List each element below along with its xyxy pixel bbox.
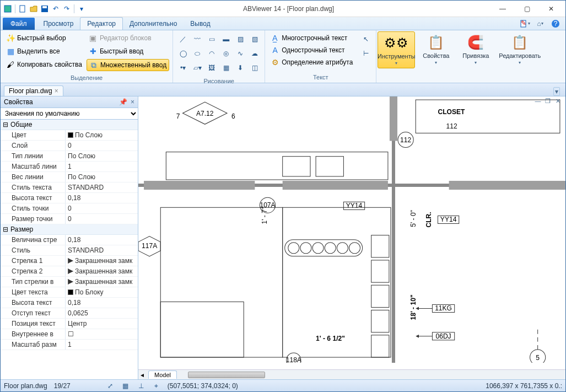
undo-icon[interactable]: ↶: [51, 4, 61, 14]
point-icon[interactable]: •▾: [176, 61, 190, 74]
property-row[interactable]: Слой0: [1, 141, 138, 151]
home-icon[interactable]: ⌂▾: [535, 18, 546, 29]
drawing-canvas[interactable]: CLOSET 112 112 A7.12 7 6 YY14 YY14 5' - …: [138, 96, 565, 369]
quick-select-button[interactable]: ✨Быстрый выбор: [4, 33, 84, 44]
property-row[interactable]: Отступ текст0,0625: [1, 308, 138, 319]
scroll-thumb[interactable]: [188, 372, 265, 378]
tabs-menu-icon[interactable]: ▾: [553, 87, 560, 96]
rect-icon[interactable]: ▭: [205, 33, 218, 46]
property-row[interactable]: ЦветПо Слою: [1, 130, 138, 141]
redo-icon[interactable]: ↷: [62, 4, 72, 14]
property-value[interactable]: Закрашенная замк: [66, 256, 138, 266]
maximize-button[interactable]: ▢: [515, 1, 539, 17]
ortho-icon[interactable]: ⊥: [137, 382, 145, 390]
viewport-icon[interactable]: ◫: [248, 61, 261, 74]
singleline-text-button[interactable]: AОднострочный текст: [268, 45, 355, 56]
cloud-icon[interactable]: ☁: [248, 47, 261, 60]
tab-editor[interactable]: Редактор: [80, 17, 123, 30]
property-row[interactable]: Позиция текстЦентр: [1, 319, 138, 329]
circle-icon[interactable]: ◯: [176, 47, 190, 60]
property-row[interactable]: Высота текст0,18: [1, 298, 138, 308]
open-icon[interactable]: [29, 4, 39, 14]
dimension-icon[interactable]: ⊢: [359, 47, 373, 60]
property-value[interactable]: По Слою: [66, 172, 138, 182]
property-value[interactable]: 0: [66, 141, 138, 151]
property-row[interactable]: Цвет текстаПо Блоку: [1, 287, 138, 298]
tab-extra[interactable]: Дополнительно: [123, 17, 184, 30]
horizontal-scrollbar[interactable]: ◂ Model: [138, 369, 565, 379]
category-common[interactable]: ⊟Общие: [1, 120, 138, 130]
property-value[interactable]: STANDARD: [66, 245, 138, 255]
document-tab[interactable]: Floor plan.dwg×: [4, 85, 63, 96]
property-row[interactable]: Вес линииПо Слою: [1, 172, 138, 182]
ellipse-icon[interactable]: ⬭: [191, 47, 204, 60]
property-value[interactable]: По Слою: [66, 151, 138, 161]
copy-properties-button[interactable]: 🖌Копировать свойства: [4, 59, 84, 70]
category-dimension[interactable]: ⊟Размер: [1, 224, 138, 235]
mdi-minimize-icon[interactable]: —: [533, 96, 542, 105]
qat-dropdown-icon[interactable]: ▾: [77, 4, 87, 14]
save-icon[interactable]: [40, 4, 50, 14]
property-row[interactable]: Масштаб лини1: [1, 162, 138, 172]
select-all-button[interactable]: ▦Выделить все: [4, 46, 84, 57]
property-value[interactable]: Закрашенная замк: [66, 277, 138, 287]
property-value[interactable]: По Слою: [66, 130, 138, 140]
model-tab[interactable]: Model: [148, 370, 177, 379]
property-value[interactable]: ☐: [66, 329, 138, 339]
edit-button[interactable]: 📋Редактировать▾: [497, 31, 543, 67]
properties-grid[interactable]: ⊟Общие ЦветПо СлоюСлой0Тип линииПо СлоюМ…: [1, 120, 138, 379]
property-row[interactable]: СтильSTANDARD: [1, 245, 138, 256]
close-button[interactable]: ✕: [539, 1, 563, 17]
tools-button[interactable]: ⚙⚙Инструменты▾: [378, 31, 415, 68]
property-row[interactable]: Масштаб разм1: [1, 340, 138, 350]
polyline-icon[interactable]: 〰: [191, 33, 204, 46]
mdi-restore-icon[interactable]: ❐: [543, 96, 552, 105]
tab-view[interactable]: Просмотр: [37, 17, 80, 30]
property-value[interactable]: Закрашенная замк: [66, 266, 138, 276]
property-value[interactable]: Центр: [66, 319, 138, 329]
property-row[interactable]: Стиль текстаSTANDARD: [1, 182, 138, 193]
multiline-text-button[interactable]: A̲Многострочный текст: [268, 33, 355, 44]
app-icon[interactable]: [3, 4, 13, 14]
arc-icon[interactable]: ◠: [205, 47, 218, 60]
property-value[interactable]: 0,18: [66, 298, 138, 308]
property-row[interactable]: Величина стре0,18: [1, 235, 138, 245]
help-icon[interactable]: ?: [550, 18, 561, 29]
snap-status-icon[interactable]: ⌖: [152, 382, 161, 390]
property-value[interactable]: 0: [66, 214, 138, 224]
wipeout-icon[interactable]: ▱▾: [191, 61, 204, 74]
pin-icon[interactable]: 📌: [119, 98, 127, 106]
property-value[interactable]: По Блоку: [66, 287, 138, 297]
property-value[interactable]: 1: [66, 162, 138, 171]
spline-icon[interactable]: ∿: [234, 47, 247, 60]
property-value[interactable]: 0,18: [66, 193, 138, 203]
new-icon[interactable]: [18, 4, 28, 14]
property-value[interactable]: 0,0625: [66, 308, 138, 318]
tab-close-icon[interactable]: ×: [55, 87, 58, 95]
rect-fill-icon[interactable]: ▬: [219, 33, 233, 46]
zoom-extent-icon[interactable]: ⤢: [106, 382, 115, 390]
block-editor-button[interactable]: ▣Редактор блоков: [87, 33, 169, 44]
property-row[interactable]: Тип линииПо Слою: [1, 151, 138, 162]
region-icon[interactable]: ▧: [248, 33, 261, 46]
donut-icon[interactable]: ◎: [219, 47, 233, 60]
grid-icon[interactable]: ▦: [121, 382, 130, 390]
attribute-def-button[interactable]: ⚙Определение атрибута: [268, 57, 355, 68]
panel-close-icon[interactable]: ×: [131, 98, 134, 106]
line-icon[interactable]: ／: [176, 33, 190, 46]
insert-icon[interactable]: ⬇: [234, 61, 247, 74]
property-value[interactable]: 0: [66, 203, 138, 213]
property-row[interactable]: Стрелка 2Закрашенная замк: [1, 266, 138, 277]
quick-input-button[interactable]: ✚Быстрый ввод: [87, 46, 169, 57]
property-value[interactable]: 0,18: [66, 235, 138, 245]
property-row[interactable]: Стрелка 1Закрашенная замк: [1, 256, 138, 266]
snap-button[interactable]: 🧲Привязка▾: [457, 31, 494, 67]
leader-icon[interactable]: ↖: [359, 33, 373, 46]
property-row[interactable]: Размер точки0: [1, 214, 138, 224]
property-row[interactable]: Высота текст0,18: [1, 193, 138, 203]
new-doc-icon[interactable]: ✎▾: [519, 18, 530, 29]
property-row[interactable]: Тип стрелки вЗакрашенная замк: [1, 277, 138, 287]
minimize-button[interactable]: —: [490, 1, 515, 17]
property-row[interactable]: Внутреннее в☐: [1, 329, 138, 340]
mdi-close-icon[interactable]: ✕: [553, 96, 562, 105]
